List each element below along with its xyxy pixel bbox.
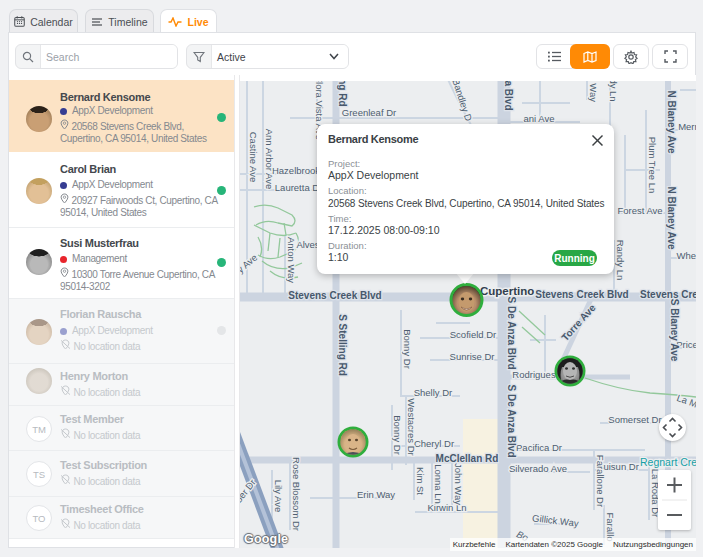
svg-text:S Stelling Rd: S Stelling Rd <box>337 314 348 376</box>
svg-text:Ann Arbor Ave: Ann Arbor Ave <box>264 129 275 190</box>
svg-text:Stevens Creek Blvd: Stevens Creek Blvd <box>288 290 381 301</box>
svg-text:Anton Way: Anton Way <box>286 237 297 283</box>
svg-text:Cupertino: Cupertino <box>480 285 534 297</box>
svg-text:Sunrise Dr: Sunrise Dr <box>450 351 495 362</box>
svg-text:Forest Ave: Forest Ave <box>617 205 662 216</box>
svg-text:Scofield Dr: Scofield Dr <box>450 329 496 340</box>
svg-text:Lily Ave: Lily Ave <box>273 480 284 513</box>
svg-text:Lauretta D: Lauretta D <box>275 182 319 193</box>
svg-text:ani Ave: ani Ave <box>524 113 555 124</box>
svg-text:Rodrigues: Rodrigues <box>512 369 556 380</box>
svg-text:Bonny Dr: Bonny Dr <box>392 415 403 455</box>
svg-text:Westacres Dr: Westacres Dr <box>406 398 417 455</box>
svg-text:S Blaney Ave: S Blaney Ave <box>669 299 680 362</box>
svg-text:Erin Way: Erin Way <box>357 489 395 500</box>
svg-text:Hazelbrook: Hazelbrook <box>272 165 320 176</box>
svg-text:Cheryl Dr: Cheryl Dr <box>414 438 454 449</box>
svg-text:Kim St: Kim St <box>415 467 426 495</box>
svg-text:Rose Blossom Dr: Rose Blossom Dr <box>291 457 302 531</box>
svg-text:N Blaney Ave: N Blaney Ave <box>666 186 677 250</box>
svg-text:Whea: Whea <box>677 250 696 261</box>
svg-text:Regnart Cree: Regnart Cree <box>640 456 696 468</box>
svg-text:S De Anza Blvd: S De Anza Blvd <box>506 385 517 458</box>
svg-text:Farallone Dr: Farallone Dr <box>595 455 606 507</box>
svg-text:Greenleaf Dr: Greenleaf Dr <box>342 107 396 118</box>
svg-text:McClellan Rd: McClellan Rd <box>436 453 499 464</box>
svg-text:Torre Ave: Torre Ave <box>559 302 598 343</box>
svg-text:Shelly Dr: Shelly Dr <box>414 387 453 398</box>
svg-text:Lonna Ln: Lonna Ln <box>433 464 444 504</box>
svg-text:Silverado Ave: Silverado Ave <box>509 463 567 474</box>
svg-text:Stevens Creek Blvd: Stevens Creek Blvd <box>535 289 628 300</box>
svg-text:Gillick Way: Gillick Way <box>532 512 580 529</box>
svg-text:Bonny Dr: Bonny Dr <box>402 329 413 369</box>
svg-text:dy Ln: dy Ln <box>608 78 619 101</box>
svg-text:La M: La M <box>675 392 696 410</box>
svg-text:Plum Tree Ln: Plum Tree Ln <box>647 137 658 194</box>
svg-text:ry Ave: ry Ave <box>240 252 259 277</box>
svg-text:Randy Ln: Randy Ln <box>615 240 626 281</box>
svg-text:Somerset Dr: Somerset Dr <box>608 414 661 425</box>
svg-text:Pacifica Dr: Pacifica Dr <box>516 442 562 453</box>
svg-text:Merri: Merri <box>678 121 696 132</box>
svg-text:Castine Ave: Castine Ave <box>248 132 259 183</box>
svg-text:S De Anza Blvd: S De Anza Blvd <box>506 297 517 370</box>
svg-text:John Way: John Way <box>453 463 464 505</box>
svg-text:Stevens Cre: Stevens Cre <box>640 289 696 300</box>
svg-text:Bandley D: Bandley D <box>450 77 474 122</box>
svg-text:N Blaney Ave: N Blaney Ave <box>666 90 677 154</box>
